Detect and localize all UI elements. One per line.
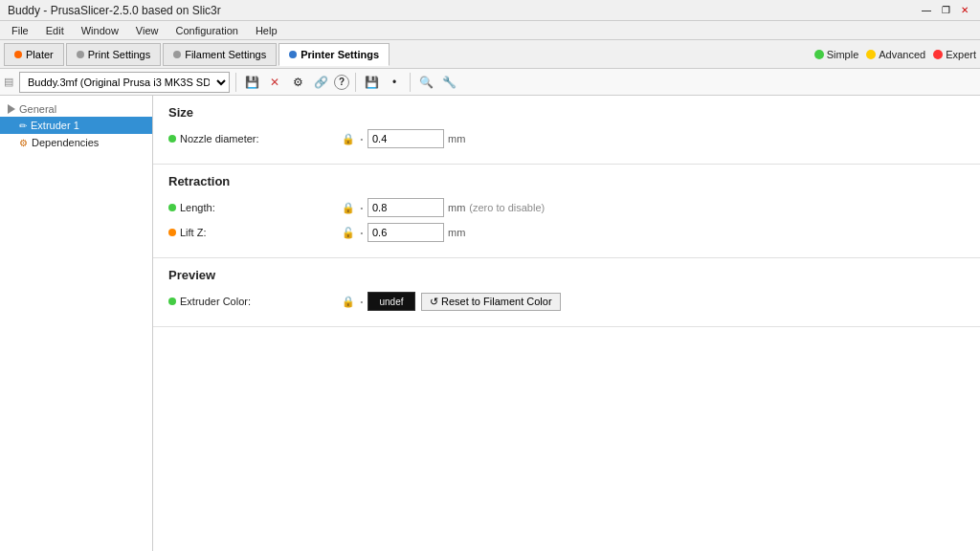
lift-z-lock-icon[interactable]: 🔓 [341,225,356,240]
wrench-icon[interactable]: 🔧 [439,73,458,92]
mode-advanced[interactable]: Advanced [866,49,925,60]
expert-dot [933,50,943,59]
filament-settings-dot [173,51,181,58]
tab-plater-label: Plater [26,49,54,60]
retraction-length-hint: (zero to disable) [469,202,545,213]
size-section: Size Nozzle diameter: 🔒 • mm [153,96,980,165]
menu-view[interactable]: View [128,23,167,38]
general-expand-icon [8,104,15,114]
sidebar-group-general[interactable]: General [0,101,152,117]
lift-z-label: Lift Z: [180,227,207,238]
tab-print-settings-label: Print Settings [88,49,150,60]
menubar: File Edit Window View Configuration Help [0,21,980,40]
extruder-color-dot [168,298,176,305]
size-section-title: Size [168,105,965,120]
content-inner: Size Nozzle diameter: 🔒 • mm Retraction [153,96,980,327]
extruder-color-bullet: • [356,298,368,306]
lift-z-label-group: Lift Z: [168,227,341,238]
menu-file[interactable]: File [4,23,36,38]
lift-z-unit: mm [448,227,465,238]
mode-expert[interactable]: Expert [933,49,976,60]
retraction-length-lock-icon[interactable]: 🔒 [341,200,356,215]
secondary-toolbar: ▤ Buddy.3mf (Original Prusa i3 MK3S SD) … [0,69,980,96]
minimize-button[interactable]: — [919,3,934,18]
preview-section-title: Preview [168,268,965,282]
tab-filament-settings[interactable]: Filament Settings [163,43,277,66]
retraction-length-input[interactable] [368,198,444,217]
retraction-length-dot [168,204,176,211]
tab-filament-settings-label: Filament Settings [185,49,266,60]
retraction-length-label-group: Length: [168,202,341,213]
file-dropdown[interactable]: Buddy.3mf (Original Prusa i3 MK3S SD) [19,72,230,93]
extruder1-icon: ✏ [19,121,27,131]
nozzle-bullet: • [356,135,368,143]
menu-help[interactable]: Help [248,23,285,38]
extruder-color-swatch[interactable]: undef [368,292,415,311]
sidebar-dependencies-label: Dependencies [32,137,99,148]
extruder-color-label-group: Extruder Color: [168,296,341,307]
lift-z-row: Lift Z: 🔓 • mm [168,223,965,242]
tab-plater[interactable]: Plater [4,43,64,66]
tab-printer-settings-label: Printer Settings [301,49,379,60]
sidebar: General ✏ Extruder 1 ⚙ Dependencies [0,96,153,551]
delete-config-icon[interactable]: ✕ [265,73,284,92]
advanced-label: Advanced [879,49,925,60]
main-toolbar: Plater Print Settings Filament Settings … [0,40,980,69]
retraction-section: Retraction Length: 🔒 • mm (zero to disab… [153,165,980,258]
advanced-dot [866,50,876,59]
nozzle-lock-icon[interactable]: 🔒 [341,131,356,146]
close-button[interactable]: ✕ [957,3,972,18]
color-swatch-value: undef [379,297,403,307]
preview-section: Preview Extruder Color: 🔒 • undef ↺ Rese… [153,258,980,327]
link-icon[interactable]: 🔗 [311,73,330,92]
sidebar-extruder1-label: Extruder 1 [31,120,79,131]
mode-simple[interactable]: Simple [814,49,859,60]
nozzle-diameter-row: Nozzle diameter: 🔒 • mm [168,129,965,148]
reset-icon: ↺ [430,296,438,308]
simple-dot [814,50,824,59]
search-icon[interactable]: 🔍 [416,73,435,92]
nozzle-diameter-label: Nozzle diameter: [180,133,259,144]
toolbar-separator-1 [235,73,236,92]
reset-to-filament-color-button[interactable]: ↺ Reset to Filament Color [421,293,561,311]
nozzle-diameter-label-group: Nozzle diameter: [168,133,341,144]
extruder-color-label: Extruder Color: [180,296,251,307]
extruder-color-row: Extruder Color: 🔒 • undef ↺ Reset to Fil… [168,292,965,311]
save-to-file-icon[interactable]: 💾 [362,73,381,92]
toolbar-separator-3 [410,73,411,92]
retraction-length-label: Length: [180,202,215,213]
content-area: Size Nozzle diameter: 🔒 • mm Retraction [153,96,980,551]
lift-z-dot [168,229,176,236]
nozzle-diameter-dot [168,135,176,143]
menu-configuration[interactable]: Configuration [167,23,245,38]
retraction-length-unit: mm [448,202,465,213]
restore-button[interactable]: ❐ [938,3,953,18]
help-icon[interactable]: ? [334,75,349,90]
retraction-length-bullet: • [356,204,368,212]
plater-dot [14,51,22,58]
retraction-section-title: Retraction [168,174,965,188]
sidebar-item-extruder1[interactable]: ✏ Extruder 1 [0,117,152,134]
sidebar-item-dependencies[interactable]: ⚙ Dependencies [0,134,152,151]
mode-selector: Simple Advanced Expert [814,49,976,60]
tab-printer-settings[interactable]: Printer Settings [278,43,390,66]
file-icon: ▤ [4,76,13,88]
app-title: Buddy - PrusaSlicer-2.5.0 based on Slic3… [8,4,221,17]
menu-window[interactable]: Window [74,23,126,38]
save-config-icon[interactable]: 💾 [242,73,261,92]
sidebar-general-label: General [19,103,56,115]
main-layout: General ✏ Extruder 1 ⚙ Dependencies Size… [0,96,980,551]
tab-print-settings[interactable]: Print Settings [66,43,161,66]
dependencies-icon: ⚙ [19,138,28,148]
simple-label: Simple [827,49,859,60]
print-settings-dot [77,51,84,58]
menu-edit[interactable]: Edit [38,23,72,38]
dot-menu-icon[interactable]: • [385,73,404,92]
lift-z-bullet: • [356,229,368,237]
nozzle-unit: mm [448,133,465,144]
printer-settings-dot [289,51,297,58]
settings-icon[interactable]: ⚙ [288,73,307,92]
nozzle-diameter-input[interactable] [368,129,444,148]
lift-z-input[interactable] [368,223,444,242]
extruder-color-lock-icon[interactable]: 🔒 [341,294,356,309]
